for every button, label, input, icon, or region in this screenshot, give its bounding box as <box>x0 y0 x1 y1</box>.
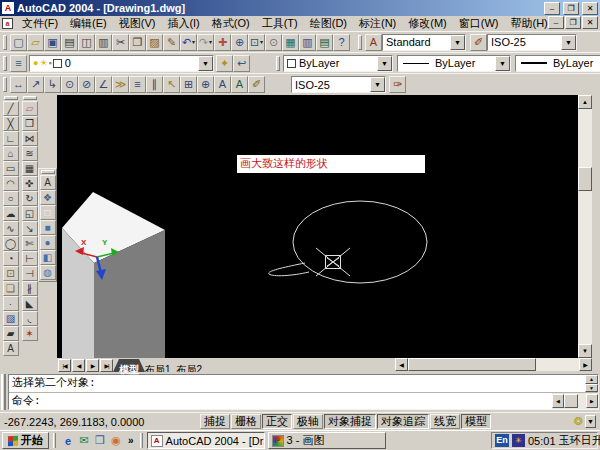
coordinate-readout[interactable]: -267.2243, 269.1183, 0.0000 <box>4 416 200 428</box>
break-button[interactable]: ∦ <box>22 281 38 296</box>
model-toggle[interactable]: 模型 <box>461 414 491 429</box>
restore-button[interactable]: ❐ <box>563 2 579 15</box>
scroll-up-icon[interactable]: ▲ <box>578 95 592 109</box>
more-toolbars-chevron[interactable]: » <box>126 435 136 446</box>
ortho-toggle[interactable]: 正交 <box>262 414 292 429</box>
scale-button[interactable]: ◱ <box>22 206 38 221</box>
minimize-button[interactable]: – <box>544 2 560 15</box>
toolbar-grip[interactable] <box>3 56 7 71</box>
multiline-text-button[interactable]: A <box>3 341 19 356</box>
polyline-button[interactable]: ∟ <box>3 131 19 146</box>
continue-dimension-button[interactable]: ∥ <box>146 76 163 93</box>
command-history-scrollbar[interactable]: ▲ ▼ <box>585 375 598 392</box>
autocad-app-icon[interactable]: A <box>2 2 14 14</box>
callout-text[interactable]: 画大致这样的形状 <box>237 155 425 173</box>
dimension-style-button[interactable]: ✑ <box>389 76 406 93</box>
text-style-combo[interactable]: Standard ▼ <box>382 34 466 51</box>
ellipse-arc-button[interactable]: ◔ <box>3 251 19 266</box>
lineweight-control-combo[interactable]: ByLayer ▼ <box>515 55 600 72</box>
toolbar-grip[interactable] <box>3 35 7 50</box>
tab-nav-last[interactable]: ▶| <box>100 359 113 372</box>
help-button[interactable]: ? <box>333 34 350 51</box>
doc-close-button[interactable]: ✕ <box>582 16 598 29</box>
tab-layout2[interactable]: 布局2 <box>171 359 209 372</box>
region-shapes-button[interactable]: ❖ <box>40 190 56 205</box>
start-button[interactable]: 开始 <box>2 432 49 449</box>
solid-slice-button[interactable]: ◍ <box>40 265 56 280</box>
menu-draw[interactable]: 绘图(D) <box>304 16 353 31</box>
array-button[interactable]: ▦ <box>22 161 38 176</box>
copy-button[interactable]: ❐ <box>129 34 146 51</box>
doc-restore-button[interactable]: ❐ <box>565 16 581 29</box>
solid-box-entity[interactable] <box>62 192 165 358</box>
cut-button[interactable]: ✂ <box>112 34 129 51</box>
toolbar-grip[interactable] <box>41 170 55 174</box>
command-area-grip[interactable] <box>1 374 6 410</box>
leader-tail[interactable] <box>269 263 309 276</box>
fillet-button[interactable]: ◟ <box>22 311 38 326</box>
doc-minimize-button[interactable]: – <box>548 16 564 29</box>
baseline-dimension-button[interactable]: ≡ <box>129 76 146 93</box>
ordinate-dimension-button[interactable]: ↳ <box>44 76 61 93</box>
communication-center-icon[interactable]: ❂ <box>574 415 583 428</box>
new-file-button[interactable]: ▢ <box>10 34 27 51</box>
publish-button[interactable]: ▥ <box>95 34 112 51</box>
scroll-down-icon[interactable]: ▼ <box>578 344 592 358</box>
chevron-down-icon[interactable]: ▼ <box>495 56 510 71</box>
dimension-text-edit-button[interactable]: A <box>231 76 248 93</box>
match-properties-button[interactable]: ✎ <box>163 34 180 51</box>
angular-dimension-button[interactable]: ∠ <box>95 76 112 93</box>
chamfer-button[interactable]: ◣ <box>22 296 38 311</box>
redo-button[interactable]: ↷ <box>197 34 214 51</box>
task-autocad-button[interactable]: AAutoCAD 2004 - [Dra... <box>147 432 265 449</box>
scroll-up-icon[interactable]: ▲ <box>585 375 598 384</box>
scroll-left-icon[interactable]: ◀ <box>552 394 564 408</box>
paste-button[interactable]: ▨ <box>146 34 163 51</box>
menu-edit[interactable]: 编辑(E) <box>64 16 113 31</box>
menu-tools[interactable]: 工具(T) <box>256 16 304 31</box>
quicklaunch-mail-button[interactable]: ✉ <box>76 433 92 449</box>
quicklaunch-media-player-button[interactable]: ◉ <box>108 433 124 449</box>
open-folder-button[interactable]: ▱ <box>27 34 44 51</box>
point-button[interactable]: ∙ <box>3 296 19 311</box>
box-wireframe-button[interactable]: □ <box>40 205 56 220</box>
document-icon[interactable]: a <box>2 18 13 29</box>
tab-model[interactable]: 模型 <box>113 359 145 372</box>
ellipse-button[interactable]: ◯ <box>3 236 19 251</box>
break-at-point-button[interactable]: ⊣ <box>22 266 38 281</box>
solid-extrude-button[interactable]: ◧ <box>40 250 56 265</box>
layer-combo[interactable]: ●☀▪ 0 ▼ <box>29 55 214 72</box>
polygon-button[interactable]: ⌂ <box>3 146 19 161</box>
revision-cloud-button[interactable]: ☁ <box>3 206 19 221</box>
chevron-down-icon[interactable]: ▼ <box>370 77 385 92</box>
lineweight-toggle[interactable]: 线宽 <box>430 414 460 429</box>
quick-leader-button[interactable]: ↖ <box>163 76 180 93</box>
menu-format[interactable]: 格式(O) <box>206 16 256 31</box>
scroll-right-icon[interactable]: ▶ <box>586 394 598 408</box>
hatch-button[interactable]: ▨ <box>3 311 19 326</box>
grid-toggle[interactable]: 栅格 <box>231 414 261 429</box>
osnap-toggle[interactable]: 对象捕捉 <box>324 414 376 429</box>
solid-sphere-button[interactable]: ● <box>40 235 56 250</box>
tab-nav-prev[interactable]: ◀ <box>72 359 85 372</box>
menu-window[interactable]: 窗口(W) <box>453 16 505 31</box>
toolbar-grip[interactable] <box>23 96 37 100</box>
menu-file[interactable]: 文件(F) <box>16 16 64 31</box>
construction-line-button[interactable]: ╳ <box>3 116 19 131</box>
menu-insert[interactable]: 插入(I) <box>161 16 205 31</box>
stretch-button[interactable]: ↘ <box>22 221 38 236</box>
task-paint-button[interactable]: P3 - 画图 <box>268 432 386 449</box>
tolerance-button[interactable]: ⊞ <box>180 76 197 93</box>
vertical-scroll-thumb[interactable] <box>578 167 592 191</box>
dim-style-combo[interactable]: ISO-25 ▼ <box>487 34 577 51</box>
zoom-realtime-button[interactable]: ⊕ <box>231 34 248 51</box>
toolbar-grip[interactable] <box>276 56 280 71</box>
quicklaunch-show-desktop-button[interactable]: ❒ <box>92 433 108 449</box>
vertical-scrollbar[interactable]: ▲ ▼ <box>578 95 592 358</box>
circle-button[interactable]: ○ <box>3 191 19 206</box>
explode-button[interactable]: ✶ <box>22 326 38 341</box>
print-button[interactable]: ▤ <box>61 34 78 51</box>
scroll-left-icon[interactable]: ◀ <box>395 358 408 371</box>
print-preview-button[interactable]: ◫ <box>78 34 95 51</box>
command-prompt[interactable]: 命令: <box>9 393 552 409</box>
